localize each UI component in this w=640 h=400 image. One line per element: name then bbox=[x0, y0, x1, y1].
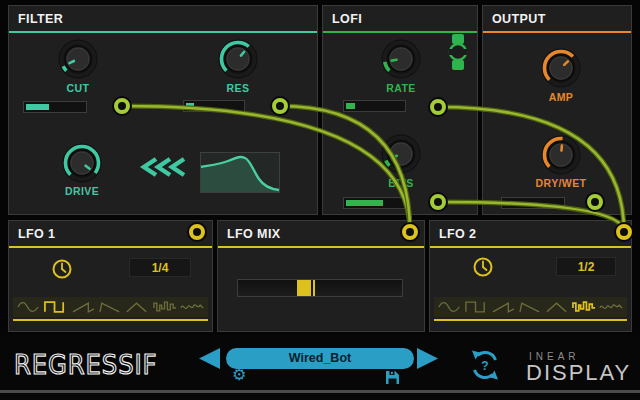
left-arrow-icon bbox=[199, 348, 220, 369]
res-mod-node[interactable] bbox=[272, 98, 288, 114]
bits-mod-node[interactable] bbox=[430, 194, 446, 210]
svg-text:?: ? bbox=[481, 359, 488, 373]
sine-wave-icon[interactable] bbox=[16, 299, 41, 315]
drywet-mod-slider[interactable] bbox=[501, 197, 565, 209]
lfo1-accent-line bbox=[9, 246, 212, 248]
smooth-random-wave-icon[interactable] bbox=[599, 299, 624, 315]
bits-knob[interactable] bbox=[381, 134, 421, 174]
output-accent-line bbox=[483, 31, 631, 33]
square-wave-icon[interactable] bbox=[464, 299, 489, 315]
step-random-wave-icon[interactable] bbox=[153, 299, 178, 315]
preset-display[interactable]: Wired_Bot bbox=[226, 348, 414, 369]
gear-icon: ⚙ bbox=[232, 366, 246, 383]
rate-knob[interactable] bbox=[381, 39, 421, 79]
prev-preset-button[interactable] bbox=[196, 347, 220, 370]
amp-label: AMP bbox=[521, 91, 601, 103]
lfo-mix-handle-square bbox=[297, 280, 311, 296]
output-section-title: OUTPUT bbox=[492, 12, 546, 26]
bits-label: BITS bbox=[361, 177, 441, 189]
window-bottom-edge bbox=[0, 390, 640, 393]
drywet-knob[interactable] bbox=[541, 135, 581, 175]
next-preset-button[interactable] bbox=[417, 347, 441, 370]
triangle-wave-icon[interactable] bbox=[125, 299, 150, 315]
cut-mod-slider[interactable] bbox=[23, 101, 87, 113]
drive-label: DRIVE bbox=[42, 185, 122, 197]
lfo2-section-title: LFO 2 bbox=[439, 227, 476, 241]
lfo-mix-accent-line bbox=[218, 246, 424, 248]
lfo2-sync-clock-icon[interactable] bbox=[472, 256, 494, 278]
filter-section-title: FILTER bbox=[18, 12, 63, 26]
lfo-mix-section-title: LFO MIX bbox=[227, 227, 281, 241]
save-preset-button[interactable] bbox=[386, 371, 399, 384]
res-mod-fill bbox=[186, 103, 194, 109]
inear-display-logo-bottom: DISPLAY bbox=[526, 360, 631, 386]
lfo2-rate-value[interactable]: 1/2 bbox=[556, 257, 616, 276]
lfo2-waveform-selector[interactable] bbox=[434, 297, 627, 317]
filter-curve-display bbox=[200, 152, 280, 193]
lfo1-section: LFO 1 1/4 bbox=[8, 220, 213, 332]
rate-mod-fill bbox=[346, 103, 355, 109]
lofi-section-title: LOFI bbox=[332, 12, 362, 26]
lfo-mix-handle[interactable] bbox=[297, 280, 316, 296]
saw-up-wave-icon[interactable] bbox=[491, 299, 516, 315]
filter-section: FILTER CUT R bbox=[8, 5, 318, 215]
plugin-window: FILTER CUT R bbox=[0, 0, 640, 400]
tempo-sync-watch-icon[interactable] bbox=[448, 34, 468, 70]
lofi-section: LOFI RATE bbox=[322, 5, 478, 215]
random-preset-button[interactable]: ? bbox=[468, 349, 502, 381]
amp-knob[interactable] bbox=[541, 48, 581, 88]
lofi-accent-line bbox=[323, 31, 477, 33]
lfo2-accent-line bbox=[430, 246, 631, 248]
square-wave-icon[interactable] bbox=[43, 299, 68, 315]
settings-button[interactable]: ⚙ bbox=[232, 367, 246, 383]
lfo1-waveform-selector[interactable] bbox=[13, 297, 208, 317]
lfo1-output-node[interactable] bbox=[189, 224, 205, 240]
filter-accent-line bbox=[9, 31, 317, 33]
cut-label: CUT bbox=[38, 82, 118, 94]
res-mod-slider[interactable] bbox=[183, 100, 245, 112]
refresh-question-icon: ? bbox=[472, 351, 498, 380]
lfo1-sync-clock-icon[interactable] bbox=[51, 258, 73, 280]
drywet-label: DRY/WET bbox=[521, 177, 601, 189]
lfo1-bottom-line bbox=[13, 319, 208, 321]
signal-flow-chevrons-icon bbox=[139, 157, 189, 177]
lfo1-section-title: LFO 1 bbox=[18, 227, 55, 241]
saw-up-wave-icon[interactable] bbox=[71, 299, 96, 315]
sine-wave-icon[interactable] bbox=[437, 299, 462, 315]
lfo-mix-slider[interactable] bbox=[237, 279, 403, 297]
lfo-mix-output-node[interactable] bbox=[402, 224, 418, 240]
lfo-mix-section: LFO MIX bbox=[217, 220, 425, 332]
saw-down-wave-icon[interactable] bbox=[98, 299, 123, 315]
rate-mod-slider[interactable] bbox=[343, 100, 406, 112]
output-section: OUTPUT AMP DRY/WET bbox=[482, 5, 632, 215]
lfo1-rate-value[interactable]: 1/4 bbox=[129, 258, 191, 277]
lfo2-bottom-line bbox=[434, 319, 627, 321]
regressif-logo: REGRESSIF bbox=[14, 349, 157, 380]
rate-label: RATE bbox=[361, 82, 441, 94]
cut-mod-fill bbox=[26, 104, 49, 110]
drive-knob[interactable] bbox=[62, 143, 102, 183]
cut-mod-node[interactable] bbox=[114, 98, 130, 114]
lfo2-section: LFO 2 1/2 bbox=[429, 220, 632, 332]
footer-bar: REGRESSIF Wired_Bot ⚙ ? bbox=[0, 335, 640, 400]
triangle-wave-icon[interactable] bbox=[545, 299, 570, 315]
res-label: RES bbox=[198, 82, 278, 94]
rate-mod-node[interactable] bbox=[430, 99, 446, 115]
drywet-mod-node[interactable] bbox=[587, 194, 603, 210]
lfo-mix-handle-marker bbox=[313, 280, 315, 296]
lfo2-output-node[interactable] bbox=[616, 224, 632, 240]
bits-mod-slider[interactable] bbox=[343, 197, 406, 209]
res-knob[interactable] bbox=[218, 39, 258, 79]
floppy-icon bbox=[386, 371, 399, 384]
bits-mod-fill bbox=[346, 200, 383, 206]
smooth-random-wave-icon[interactable] bbox=[180, 299, 205, 315]
saw-down-wave-icon[interactable] bbox=[518, 299, 543, 315]
step-random-wave-icon[interactable] bbox=[572, 299, 597, 315]
right-arrow-icon bbox=[417, 348, 438, 369]
cut-knob[interactable] bbox=[58, 39, 98, 79]
